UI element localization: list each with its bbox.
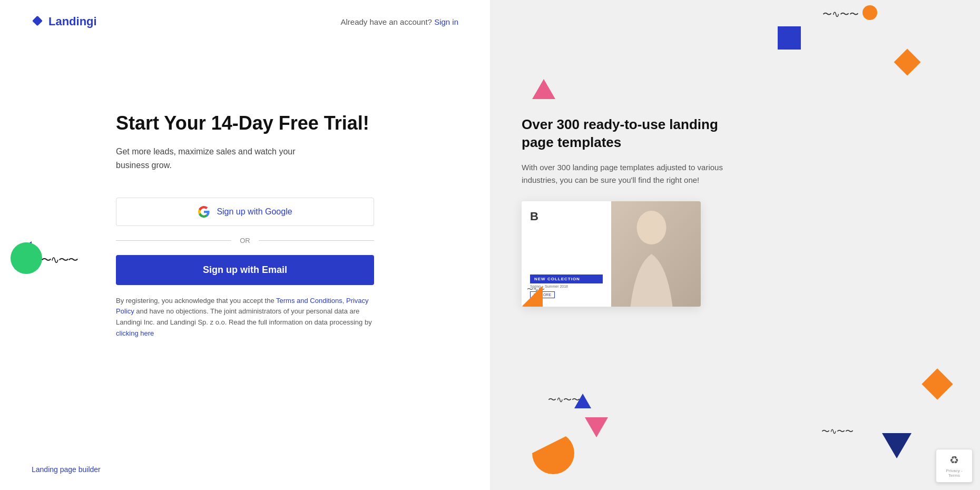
footer-builder-link[interactable]: Landing page builder (32, 465, 101, 474)
navy-small-triangle-deco (574, 394, 591, 408)
left-wave-deco: 〜∿〜〜 (41, 253, 77, 267)
svg-point-2 (637, 211, 667, 244)
recaptcha-icon: ♻ (942, 454, 967, 466)
main-content: Start Your 14-Day Free Trial! Get more l… (0, 28, 490, 454)
or-divider: OR (116, 237, 374, 244)
google-signup-button[interactable]: Sign up with Google (116, 198, 374, 226)
google-g-icon (198, 205, 210, 218)
subtitle: Get more leads, maximize sales and watch… (116, 145, 374, 172)
divider-line-left (116, 240, 231, 241)
right-heading: Over 300 ready-to-use landing page templ… (522, 116, 732, 152)
email-signup-button[interactable]: Sign up with Email (116, 255, 374, 285)
pink-triangle2-deco (585, 417, 608, 437)
right-panel: 〜∿〜〜 Over 300 ready-to-use landing page … (490, 0, 980, 490)
right-content: Over 300 ready-to-use landing page templ… (522, 116, 732, 307)
preview-inner: B NEW COLLECTION Spring – Summer 2018 EX… (522, 201, 701, 307)
logo[interactable]: Landingi (32, 15, 97, 28)
right-body: With over 300 landing page templates adj… (522, 161, 732, 187)
top-blue-square-deco (778, 26, 801, 50)
top-orange-square-deco (894, 49, 921, 76)
recaptcha-badge: ♻ Privacy - Terms (936, 449, 973, 483)
headline: Start Your 14-Day Free Trial! (116, 112, 374, 134)
terms-text: By registering, you acknowledge that you… (116, 296, 374, 339)
left-circle-deco (11, 242, 42, 274)
svg-rect-0 (32, 16, 43, 26)
right-mid-wave-deco: 〜∿〜〜 (821, 426, 854, 437)
data-processing-link[interactable]: clicking here (116, 329, 154, 337)
template-preview: B NEW COLLECTION Spring – Summer 2018 EX… (522, 201, 701, 307)
left-panel: Landingi Already have an account? Sign i… (0, 0, 490, 490)
terms-link[interactable]: Terms and Conditions (276, 297, 342, 305)
preview-woman (602, 201, 701, 307)
woman-svg (602, 201, 701, 307)
top-wave-deco: 〜∿〜〜 (822, 8, 859, 21)
header-account-text: Already have an account? Sign in (341, 17, 459, 26)
footer: Landing page builder (0, 454, 490, 490)
pink-triangle-deco (532, 79, 555, 99)
sign-in-link[interactable]: Sign in (434, 17, 458, 26)
recaptcha-text: Privacy - Terms (942, 468, 967, 478)
preview-collection-label: NEW COLLECTION (530, 275, 603, 283)
header: Landingi Already have an account? Sign i… (0, 0, 490, 28)
divider-line-right (259, 240, 374, 241)
orange-half-circle-deco (532, 432, 574, 474)
logo-icon (32, 16, 43, 27)
google-btn-label: Sign up with Google (217, 207, 292, 217)
preview-b-label: B (530, 210, 603, 223)
top-orange-circle-deco (863, 5, 877, 20)
or-text: OR (240, 237, 250, 244)
navy-triangle-deco (882, 433, 912, 458)
preview-orange-corner (522, 286, 543, 307)
logo-text: Landingi (48, 15, 97, 28)
orange-big-square-deco (922, 368, 953, 399)
